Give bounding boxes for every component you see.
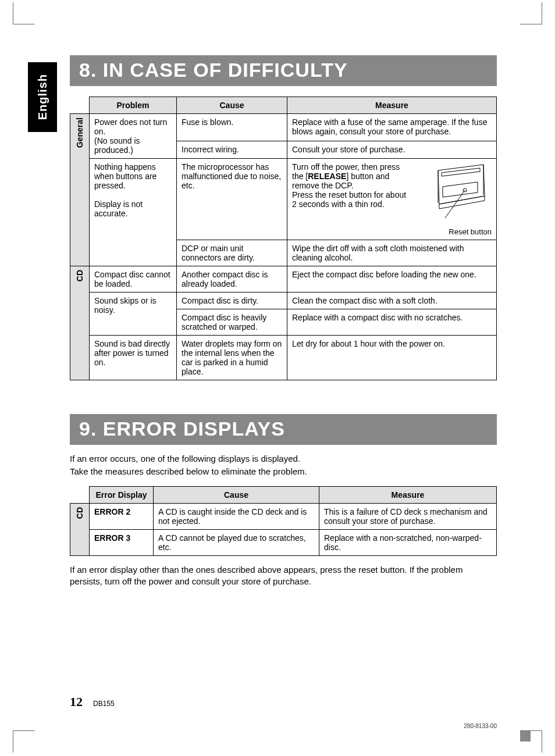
content-area: English 8. IN CASE OF DIFFICULTY Problem…: [70, 55, 497, 709]
header-problem: Problem: [90, 97, 177, 114]
cause-cell: Incorrect wiring.: [177, 141, 287, 158]
crop-mark: [13, 730, 35, 753]
section-9-title: 9. ERROR DISPLAYS: [70, 414, 497, 445]
cause-cell: Water droplets may form on the internal …: [177, 336, 287, 380]
crop-marks-bottom: [0, 730, 555, 754]
cause-cell: Another compact disc is already loaded.: [177, 266, 287, 293]
cause-cell: A CD is caught inside the CD deck and is…: [154, 503, 319, 529]
measure-text: Turn off the power, then press the [RELE…: [292, 162, 411, 209]
model-code: DB155: [93, 700, 115, 708]
measure-cell: Turn off the power, then press the [RELE…: [287, 159, 497, 240]
page-footer: 12 DB155: [70, 694, 497, 709]
crop-marks-top: [0, 2, 555, 26]
cause-cell: Compact disc is dirty.: [177, 293, 287, 309]
measure-cell: Consult your store of purchase.: [287, 141, 497, 158]
measure-cell: This is a failure of CD deck s mechanism…: [319, 503, 497, 529]
unit-reset-icon: [422, 162, 492, 226]
table-row: CD ERROR 2 A CD is caught inside the CD …: [70, 503, 497, 529]
section-8-title: 8. IN CASE OF DIFFICULTY: [70, 55, 497, 86]
measure-cell: Eject the compact disc before loading th…: [287, 266, 497, 293]
cause-cell: A CD cannot be played due to scratches, …: [154, 529, 319, 555]
header-error-display: Error Display: [90, 486, 154, 503]
header-cause: Cause: [154, 486, 319, 503]
measure-cell: Let dry for about 1 hour with the power …: [287, 336, 497, 380]
svg-line-7: [445, 190, 465, 218]
document-code: 280-8133-00: [464, 723, 497, 729]
problem-cell: Compact disc cannot be loaded.: [90, 266, 177, 293]
difficulty-table: Problem Cause Measure General Power does…: [70, 97, 497, 380]
error-name: ERROR 2: [90, 503, 154, 529]
measure-cell: Replace with a non-scratched, non-warped…: [319, 529, 497, 555]
section-9-intro-2: Take the measures described below to eli…: [70, 466, 497, 477]
table-row: Sound is bad directly after power is tur…: [70, 336, 497, 380]
problem-cell: Power does not turn on. (No sound is pro…: [90, 114, 177, 159]
crop-mark: [13, 2, 35, 24]
section-9-outro: If an error display other than the ones …: [70, 564, 497, 588]
figure-caption: Reset button: [416, 227, 492, 236]
header-measure: Measure: [319, 486, 497, 503]
cause-cell: Fuse is blown.: [177, 114, 287, 141]
page: English 8. IN CASE OF DIFFICULTY Problem…: [0, 0, 555, 756]
table-row: CD Compact disc cannot be loaded. Anothe…: [70, 266, 497, 293]
cause-cell: Compact disc is heavily scratched or war…: [177, 309, 287, 336]
measure-cell: Replace with a fuse of the same amperage…: [287, 114, 497, 141]
table-header-row: Problem Cause Measure: [70, 97, 497, 114]
page-number: 12: [70, 694, 83, 709]
measure-cell: Clean the compact disc with a soft cloth…: [287, 293, 497, 309]
category-cd: CD: [75, 270, 84, 281]
measure-cell: Wipe the dirt off with a soft cloth mois…: [287, 240, 497, 266]
problem-cell: Sound skips or is noisy.: [90, 293, 177, 336]
cause-cell: DCP or main unit connectors are dirty.: [177, 240, 287, 266]
category-cd: CD: [75, 507, 84, 519]
svg-marker-5: [443, 182, 478, 197]
table-header-row: Error Display Cause Measure: [70, 486, 497, 503]
measure-cell: Replace with a compact disc with no scra…: [287, 309, 497, 336]
error-table: Error Display Cause Measure CD ERROR 2 A…: [70, 486, 497, 556]
language-label: English: [36, 74, 49, 120]
reset-figure: Reset button: [416, 162, 492, 236]
svg-marker-3: [439, 196, 485, 209]
language-tab: English: [28, 62, 57, 132]
problem-cell: Sound is bad directly after power is tur…: [90, 336, 177, 380]
table-row: Sound skips or is noisy. Compact disc is…: [70, 293, 497, 309]
error-name: ERROR 3: [90, 529, 154, 555]
category-general: General: [75, 117, 84, 148]
crop-mark: [520, 2, 542, 24]
header-cause: Cause: [177, 97, 287, 114]
problem-cell: Nothing happens when buttons are pressed…: [90, 159, 177, 266]
table-row: ERROR 3 A CD cannot be played due to scr…: [70, 529, 497, 555]
section-9-intro-1: If an error occurs, one of the following…: [70, 453, 497, 465]
header-measure: Measure: [287, 97, 497, 114]
crop-mark: [520, 730, 542, 753]
cause-cell: The microprocessor has malfunctioned due…: [177, 159, 287, 240]
table-row: General Power does not turn on. (No soun…: [70, 114, 497, 141]
table-row: Nothing happens when buttons are pressed…: [70, 159, 497, 240]
